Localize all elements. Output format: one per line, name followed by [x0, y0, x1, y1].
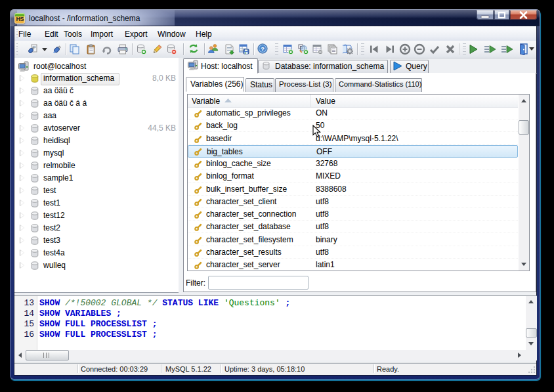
svg-text:?: ? [261, 46, 265, 53]
